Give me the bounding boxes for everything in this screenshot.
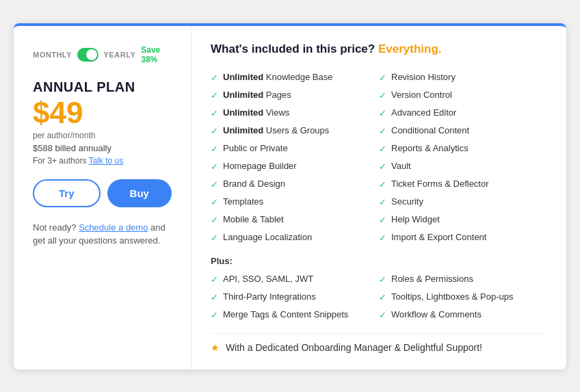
feature-text: Advanced Editor — [391, 107, 456, 118]
plus-item: ✓Third-Party Integrations — [211, 288, 379, 306]
plus-grid: ✓API, SSO, SAML, JWT✓Roles & Permissions… — [211, 270, 547, 324]
buy-button[interactable]: Buy — [107, 179, 172, 207]
plus-item-text: Merge Tags & Content Snippets — [223, 309, 348, 319]
feature-text: Import & Export Content — [391, 232, 486, 242]
action-buttons: Try Buy — [33, 179, 172, 207]
plus-item: ✓Roles & Permissions — [379, 270, 547, 288]
talk-to-us-link[interactable]: Talk to us — [89, 156, 124, 166]
check-icon: ✓ — [379, 90, 386, 101]
everything-label: Everything. — [378, 42, 442, 55]
not-ready-section: Not ready? Schedule a demo and get all y… — [33, 221, 172, 248]
check-icon: ✓ — [211, 108, 218, 118]
for-authors-text: For 3+ authors Talk to us — [33, 156, 172, 166]
star-icon: ★ — [211, 342, 220, 353]
check-icon: ✓ — [211, 90, 218, 101]
feature-item: ✓Templates — [211, 193, 379, 211]
per-author: per author/month — [33, 131, 172, 140]
check-icon: ✓ — [379, 161, 386, 172]
not-ready-text: Not ready? — [33, 222, 77, 233]
yearly-label: YEARLY — [104, 51, 136, 59]
plus-item: ✓Workflow & Comments — [379, 306, 547, 324]
onboarding-banner: ★ With a Dedicated Onboarding Manager & … — [211, 333, 547, 353]
feature-item: ✓Conditional Content — [379, 122, 547, 140]
feature-item: ✓Advanced Editor — [379, 104, 547, 122]
feature-item: ✓Revision History — [379, 68, 547, 86]
feature-text: Unlimited Views — [223, 107, 289, 118]
plan-price: $49 — [33, 98, 172, 128]
check-icon: ✓ — [379, 144, 386, 154]
check-icon: ✓ — [379, 292, 386, 302]
feature-item: ✓Vault — [379, 157, 547, 175]
feature-text: Version Control — [391, 90, 452, 100]
feature-item: ✓Ticket Forms & Deflector — [379, 175, 547, 193]
check-icon: ✓ — [211, 215, 218, 225]
feature-item: ✓Import & Export Content — [379, 228, 547, 246]
plus-label: Plus: — [211, 256, 547, 266]
feature-bold: Unlimited — [223, 90, 263, 100]
feature-bold: Unlimited — [223, 72, 263, 82]
feature-text: Unlimited Pages — [223, 90, 291, 100]
plan-name: ANNUAL PLAN — [33, 79, 172, 95]
check-icon: ✓ — [211, 274, 218, 285]
feature-item: ✓Help Widget — [379, 211, 547, 228]
feature-text: Homepage Builder — [223, 161, 297, 171]
billing-toggle-switch[interactable] — [77, 48, 98, 62]
feature-text: Language Localization — [223, 232, 312, 242]
check-icon: ✓ — [211, 73, 218, 83]
plus-item-text: Tooltips, Lightboxes & Pop-ups — [391, 291, 514, 302]
feature-bold: Unlimited — [223, 125, 263, 135]
check-icon: ✓ — [379, 310, 386, 320]
feature-text: Mobile & Tablet — [223, 214, 284, 224]
feature-item: ✓Security — [379, 193, 547, 211]
feature-text: Reports & Analytics — [391, 143, 469, 153]
feature-text: Unlimited Users & Groups — [223, 125, 329, 135]
feature-item: ✓Unlimited Views — [211, 104, 379, 122]
pricing-card: MONTHLY YEARLY Save 38% ANNUAL PLAN $49 … — [14, 23, 566, 369]
plus-item-text: Third-Party Integrations — [223, 291, 316, 302]
feature-text: Revision History — [391, 72, 456, 82]
monthly-label: MONTHLY — [33, 51, 72, 59]
check-icon: ✓ — [211, 310, 218, 320]
feature-item: ✓Language Localization — [211, 228, 379, 246]
feature-text: Unlimited Knowledge Base — [223, 72, 332, 82]
check-icon: ✓ — [211, 161, 218, 172]
feature-text: Help Widget — [391, 214, 440, 224]
check-icon: ✓ — [379, 108, 386, 118]
feature-text: Vault — [391, 161, 411, 171]
check-icon: ✓ — [379, 215, 386, 225]
right-title: What's included in this price? Everythin… — [211, 42, 547, 56]
feature-text: Public or Private — [223, 143, 288, 153]
whats-included-text: What's included in this price? — [211, 42, 375, 55]
feature-text: Brand & Design — [223, 179, 285, 189]
feature-item: ✓Unlimited Knowledge Base — [211, 68, 379, 86]
billing-toggle: MONTHLY YEARLY Save 38% — [33, 45, 172, 64]
check-icon: ✓ — [379, 126, 386, 136]
plus-item-text: Roles & Permissions — [391, 274, 473, 284]
check-icon: ✓ — [211, 126, 218, 136]
save-badge: Save 38% — [141, 45, 172, 64]
features-grid: ✓Unlimited Knowledge Base✓Revision Histo… — [211, 68, 547, 246]
feature-item: ✓Mobile & Tablet — [211, 211, 379, 228]
check-icon: ✓ — [211, 144, 218, 154]
feature-text: Conditional Content — [391, 125, 469, 135]
plus-item-text: Workflow & Comments — [391, 309, 482, 319]
check-icon: ✓ — [211, 292, 218, 302]
check-icon: ✓ — [379, 233, 386, 243]
plus-item: ✓Tooltips, Lightboxes & Pop-ups — [379, 288, 547, 306]
feature-bold: Unlimited — [223, 107, 263, 118]
feature-text: Security — [391, 196, 423, 207]
try-button[interactable]: Try — [33, 179, 101, 207]
plus-section: Plus: ✓API, SSO, SAML, JWT✓Roles & Permi… — [211, 256, 547, 324]
feature-item: ✓Homepage Builder — [211, 157, 379, 175]
check-icon: ✓ — [379, 179, 386, 190]
feature-item: ✓Unlimited Pages — [211, 86, 379, 104]
schedule-demo-link[interactable]: Schedule a demo — [79, 222, 148, 233]
check-icon: ✓ — [211, 233, 218, 243]
feature-item: ✓Public or Private — [211, 140, 379, 157]
check-icon: ✓ — [379, 197, 386, 207]
plus-item: ✓API, SSO, SAML, JWT — [211, 270, 379, 288]
onboarding-text: With a Dedicated Onboarding Manager & De… — [226, 342, 482, 353]
feature-item: ✓Version Control — [379, 86, 547, 104]
feature-item: ✓Unlimited Users & Groups — [211, 122, 379, 140]
check-icon: ✓ — [211, 197, 218, 207]
